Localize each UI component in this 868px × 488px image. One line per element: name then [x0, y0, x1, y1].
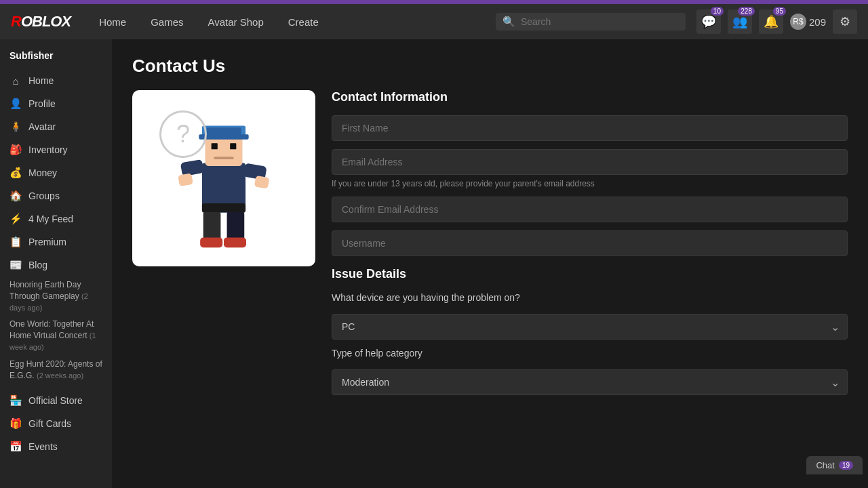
sidebar-item-profile[interactable]: 👤 Profile	[0, 92, 112, 115]
sidebar-item-my-feed-label: 4 My Feed	[28, 214, 73, 224]
logo[interactable]: ROBLOX	[11, 13, 71, 30]
chat-count-badge: 19	[839, 461, 853, 470]
sidebar-item-official-store[interactable]: 🏪 Official Store	[0, 389, 112, 412]
issue-details-title: Issue Details	[332, 267, 848, 281]
chat-icon-btn[interactable]: 💬 10	[696, 9, 721, 34]
sidebar-item-home[interactable]: ⌂ Home	[0, 69, 112, 92]
svg-rect-14	[200, 238, 222, 248]
email-input[interactable]	[332, 149, 848, 175]
page-title: Contact Us	[132, 56, 848, 77]
notifications-icon-btn[interactable]: 🔔 95	[759, 9, 783, 34]
confirm-email-input[interactable]	[332, 197, 848, 222]
sidebar-item-events-label: Events	[28, 441, 58, 452]
email-hint: If you are under 13 years old, please pr…	[332, 179, 848, 188]
sidebar-item-money-label: Money	[28, 167, 57, 178]
events-icon: 📅	[9, 441, 22, 453]
groups-icon: 🏠	[9, 190, 22, 202]
settings-icon-btn[interactable]: ⚙	[833, 9, 857, 34]
chat-badge: 10	[711, 7, 724, 16]
svg-rect-6	[230, 143, 236, 149]
blog-entry-3-time: (2 weeks ago)	[37, 371, 83, 380]
sidebar: Subfisher ⌂ Home 👤 Profile 🧍 Avatar 🎒 In…	[0, 39, 112, 488]
blog-entries: Honoring Earth Day Through Gameplay (2 d…	[0, 277, 112, 389]
notifications-badge: 95	[773, 7, 786, 16]
blog-entry-3[interactable]: Egg Hunt 2020: Agents of E.G.G. (2 weeks…	[9, 359, 102, 382]
sidebar-item-profile-label: Profile	[28, 98, 56, 109]
gift-cards-icon: 🎁	[9, 418, 22, 430]
svg-rect-8	[180, 159, 204, 176]
svg-rect-4	[206, 127, 241, 135]
blog-entry-2[interactable]: One World: Together At Home Virtual Conc…	[9, 319, 102, 352]
sidebar-item-home-label: Home	[28, 75, 54, 86]
question-mark-icon: ?	[159, 110, 207, 158]
device-label: What device are you having the problem o…	[332, 292, 848, 303]
blog-entry-1[interactable]: Honoring Earth Day Through Gameplay (2 d…	[9, 279, 102, 313]
svg-rect-15	[224, 238, 246, 248]
search-bar[interactable]: 🔍	[496, 13, 686, 30]
home-icon: ⌂	[9, 75, 22, 87]
sidebar-item-groups[interactable]: 🏠 Groups	[0, 184, 112, 207]
robux-value: 209	[809, 16, 826, 28]
sidebar-item-avatar-label: Avatar	[28, 121, 56, 132]
sidebar-username: Subfisher	[0, 45, 112, 69]
form-panel: Contact Information If you are under 13 …	[332, 90, 848, 395]
blog-entry-2-title: One World: Together At Home Virtual Conc…	[9, 319, 94, 340]
sidebar-item-inventory[interactable]: 🎒 Inventory	[0, 138, 112, 161]
first-name-input[interactable]	[332, 115, 848, 141]
nav-create[interactable]: Create	[276, 4, 331, 39]
sidebar-item-blog-label: Blog	[28, 260, 47, 270]
sidebar-item-official-store-label: Official Store	[28, 395, 83, 406]
profile-icon: 👤	[9, 98, 22, 110]
nav-home[interactable]: Home	[87, 4, 138, 39]
sidebar-item-inventory-label: Inventory	[28, 144, 68, 155]
contact-info-title: Contact Information	[332, 90, 848, 104]
search-input[interactable]	[521, 16, 679, 27]
chat-label: Chat	[816, 460, 834, 470]
avatar-illustration-box: ?	[132, 90, 315, 266]
svg-rect-10	[178, 173, 193, 186]
search-icon: 🔍	[502, 16, 515, 28]
avatar-icon: 🧍	[9, 121, 22, 133]
main-nav: Home Games Avatar Shop Create	[87, 4, 496, 39]
friends-badge: 228	[738, 7, 755, 16]
sidebar-item-my-feed[interactable]: ⚡ 4 My Feed	[0, 207, 112, 230]
sidebar-item-avatar[interactable]: 🧍 Avatar	[0, 115, 112, 138]
content: Contact Us ?	[112, 39, 868, 488]
category-label: Type of help category	[332, 348, 848, 359]
robux-display[interactable]: R$ 209	[790, 14, 826, 30]
my-feed-icon: ⚡	[9, 213, 22, 225]
sidebar-item-blog[interactable]: 📰 Blog	[0, 253, 112, 277]
robux-icon: R$	[790, 14, 806, 30]
blog-entry-1-title: Honoring Earth Day Through Gameplay	[9, 280, 81, 301]
official-store-icon: 🏪	[9, 394, 22, 407]
contact-layout: ?	[132, 90, 848, 395]
category-select-wrapper: Moderation Billing Account Technical Oth…	[332, 369, 848, 395]
sidebar-item-premium-label: Premium	[28, 237, 66, 247]
sidebar-item-premium[interactable]: 📋 Premium	[0, 230, 112, 253]
svg-rect-11	[254, 176, 270, 189]
sidebar-item-gift-cards[interactable]: 🎁 Gift Cards	[0, 412, 112, 435]
svg-rect-16	[202, 203, 245, 212]
sidebar-item-groups-label: Groups	[28, 190, 60, 201]
chat-button[interactable]: Chat 19	[806, 456, 863, 474]
sidebar-item-money[interactable]: 💰 Money	[0, 161, 112, 184]
username-input[interactable]	[332, 230, 848, 256]
device-select[interactable]: PC Mac iOS Android Xbox	[332, 314, 848, 340]
blog-icon: 📰	[9, 259, 22, 271]
svg-rect-7	[214, 157, 233, 159]
sidebar-item-gift-cards-label: Gift Cards	[28, 418, 71, 429]
nav-avatar-shop[interactable]: Avatar Shop	[196, 4, 276, 39]
nav-games[interactable]: Games	[138, 4, 195, 39]
money-icon: 💰	[9, 167, 22, 179]
friends-icon-btn[interactable]: 👥 228	[728, 9, 752, 34]
category-select[interactable]: Moderation Billing Account Technical Oth…	[332, 369, 848, 395]
header: ROBLOX Home Games Avatar Shop Create 🔍 💬…	[0, 4, 868, 39]
sidebar-item-events[interactable]: 📅 Events	[0, 435, 112, 458]
svg-rect-5	[212, 143, 218, 149]
main-layout: Subfisher ⌂ Home 👤 Profile 🧍 Avatar 🎒 In…	[0, 39, 868, 488]
premium-icon: 📋	[9, 236, 22, 248]
header-icons: 💬 10 👥 228 🔔 95 R$ 209 ⚙	[696, 9, 857, 34]
inventory-icon: 🎒	[9, 144, 22, 156]
device-select-wrapper: PC Mac iOS Android Xbox ⌄	[332, 314, 848, 340]
